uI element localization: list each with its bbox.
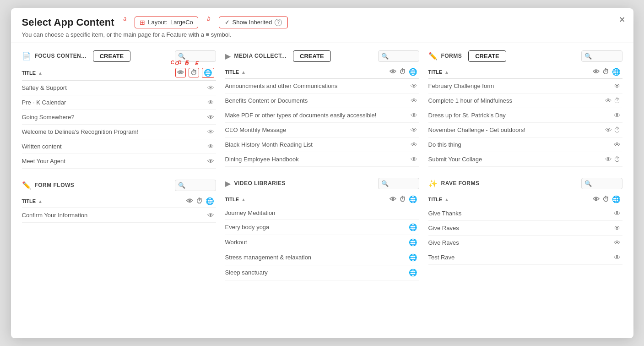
- row-icons: 👁: [390, 108, 419, 122]
- search-rave-input[interactable]: [581, 178, 622, 189]
- eye-icon[interactable]: 👁: [614, 253, 621, 261]
- table-row[interactable]: Journey Meditation: [225, 206, 419, 220]
- eye-icon[interactable]: 👁: [411, 155, 417, 163]
- eye-icon[interactable]: 👁: [207, 99, 214, 106]
- row-title: CEO Monthly Message: [225, 122, 390, 137]
- table-row[interactable]: Give Raves👁: [428, 220, 622, 235]
- table-row[interactable]: Give Thanks👁: [428, 206, 622, 220]
- table-row[interactable]: Benefits Content or Documents👁: [225, 93, 419, 108]
- modal-title: Select App Content: [22, 16, 114, 28]
- table-row[interactable]: Every body yoga🌐: [225, 220, 419, 235]
- search-form-flows-wrap: 🔍: [175, 180, 216, 191]
- close-button[interactable]: ×: [619, 15, 625, 25]
- table-row[interactable]: Do this thing👁: [428, 137, 622, 152]
- eye-icon[interactable]: 👁: [605, 155, 612, 163]
- table-row[interactable]: Written content👁: [22, 139, 216, 154]
- th-globe-icon-focus: 🌐: [202, 68, 214, 78]
- row-icons: 🌐: [390, 235, 419, 250]
- table-row[interactable]: Welcome to Delinea's Recognition Program…: [22, 124, 216, 139]
- create-media-button[interactable]: CREATE: [293, 50, 330, 62]
- eye-icon[interactable]: 👁: [614, 239, 621, 247]
- row-title: Benefits Content or Documents: [225, 93, 390, 108]
- table-row[interactable]: Meet Your Agent👁: [22, 154, 216, 168]
- th-title-media: TITLE ▲: [225, 66, 390, 79]
- create-focus-content-button[interactable]: CREATE: [93, 50, 130, 62]
- table-row[interactable]: CEO Monthly Message👁: [225, 122, 419, 137]
- eye-icon[interactable]: 👁: [411, 82, 417, 90]
- table-row[interactable]: Submit Your Collage👁⏱: [428, 152, 622, 166]
- globe-icon[interactable]: 🌐: [409, 238, 417, 246]
- eye-icon[interactable]: 👁: [614, 111, 621, 119]
- help-icon[interactable]: ?: [275, 19, 282, 26]
- row-title: Going Somewhere?: [22, 110, 175, 124]
- globe-icon[interactable]: 🌐: [409, 223, 417, 231]
- table-row[interactable]: Confirm Your Information👁: [22, 208, 216, 222]
- th-globe-icon-ff: 🌐: [206, 197, 214, 205]
- clock-icon[interactable]: ⏱: [614, 155, 621, 163]
- row-title: Submit Your Collage: [428, 152, 593, 166]
- table-row[interactable]: Test Rave👁: [428, 250, 622, 264]
- table-row[interactable]: Stress management & relaxation🌐: [225, 250, 419, 265]
- th-clock-media: ⏱: [399, 68, 406, 76]
- row-title: Give Raves: [428, 220, 593, 235]
- table-row[interactable]: Announcments and other Communications👁: [225, 78, 419, 93]
- globe-icon[interactable]: 🌐: [409, 269, 417, 276]
- table-row[interactable]: Black History Month Reading List👁: [225, 137, 419, 152]
- th-clock-forms: ⏱: [602, 68, 609, 76]
- row-icons: 👁: [175, 95, 216, 110]
- clock-icon[interactable]: ⏱: [614, 97, 621, 104]
- eye-icon[interactable]: 👁: [411, 126, 417, 134]
- row-title: Written content: [22, 139, 175, 154]
- eye-icon[interactable]: 👁: [207, 211, 214, 219]
- table-row[interactable]: Going Somewhere?👁: [22, 110, 216, 124]
- eye-icon[interactable]: 👁: [411, 111, 417, 119]
- eye-icon[interactable]: 👁: [207, 157, 214, 165]
- form-flows-icon: ✏️: [22, 181, 31, 190]
- create-forms-button[interactable]: CREATE: [468, 50, 506, 62]
- eye-icon[interactable]: 👁: [614, 224, 621, 232]
- th-title-rave: TITLE ▲: [428, 193, 593, 206]
- layout-selector[interactable]: ⊞ Layout: LargeCo: [135, 16, 198, 28]
- search-media-input[interactable]: [378, 50, 419, 62]
- eye-icon[interactable]: 👁: [614, 141, 621, 148]
- table-row[interactable]: Dress up for St. Patrick's Day👁: [428, 108, 622, 122]
- row-title: Test Rave: [428, 250, 593, 264]
- th-icons-rave: 👁 ⏱ 🌐: [593, 193, 622, 206]
- th-eye-icon-ff: 👁: [186, 197, 193, 205]
- table-row[interactable]: Saftey & Support👁: [22, 80, 216, 95]
- eye-icon[interactable]: 👁: [207, 84, 214, 92]
- section-video-libraries: ▶ VIDEO LIBRARIES 🔍 TITLE ▲: [225, 178, 419, 280]
- eye-icon[interactable]: 👁: [411, 141, 417, 148]
- table-row[interactable]: Give Raves👁: [428, 235, 622, 250]
- table-row[interactable]: Pre - K Calendar👁: [22, 95, 216, 110]
- search-video-input[interactable]: [378, 178, 419, 189]
- table-row[interactable]: Make PDF or other types of documents eas…: [225, 108, 419, 122]
- eye-icon[interactable]: 👁: [207, 113, 214, 121]
- row-icons: 🌐: [390, 265, 419, 280]
- show-inherited-toggle[interactable]: ✓ Show Inherited ?: [219, 16, 288, 28]
- search-form-flows-input[interactable]: [175, 180, 216, 191]
- eye-icon[interactable]: 👁: [605, 97, 612, 104]
- eye-icon[interactable]: 👁: [614, 82, 621, 90]
- globe-icon[interactable]: 🌐: [409, 253, 417, 261]
- th-clock-icon-focus: ⏱: [189, 68, 199, 77]
- eye-icon[interactable]: 👁: [411, 97, 417, 104]
- row-icons: 👁: [175, 139, 216, 154]
- table-row[interactable]: February Challenge form👁: [428, 78, 622, 93]
- table-row[interactable]: November Challenge - Get outdoors!👁⏱: [428, 122, 622, 137]
- eye-icon[interactable]: 👁: [207, 128, 214, 136]
- eye-icon[interactable]: 👁: [614, 209, 621, 217]
- table-row[interactable]: Complete 1 hour of Mindfulness👁⏱: [428, 93, 622, 108]
- modal-body: 📄 FOCUS CONTEN... CREATE 🔍: [11, 43, 633, 338]
- clock-icon[interactable]: ⏱: [614, 126, 621, 134]
- select-app-content-modal: Select App Content a ⊞ Layout: LargeCo b…: [11, 8, 633, 338]
- search-rave-wrap: 🔍: [581, 178, 622, 189]
- eye-icon[interactable]: 👁: [207, 143, 214, 150]
- table-row[interactable]: Workout🌐: [225, 235, 419, 250]
- table-row[interactable]: Dining Employee Handbook👁: [225, 152, 419, 166]
- table-row[interactable]: Sleep sanctuary🌐: [225, 265, 419, 280]
- eye-icon[interactable]: 👁: [605, 126, 612, 134]
- th-title-form-flows: TITLE ▲: [22, 195, 186, 208]
- search-forms-input[interactable]: [581, 50, 622, 62]
- th-icons-media: 👁 ⏱ 🌐: [390, 66, 419, 79]
